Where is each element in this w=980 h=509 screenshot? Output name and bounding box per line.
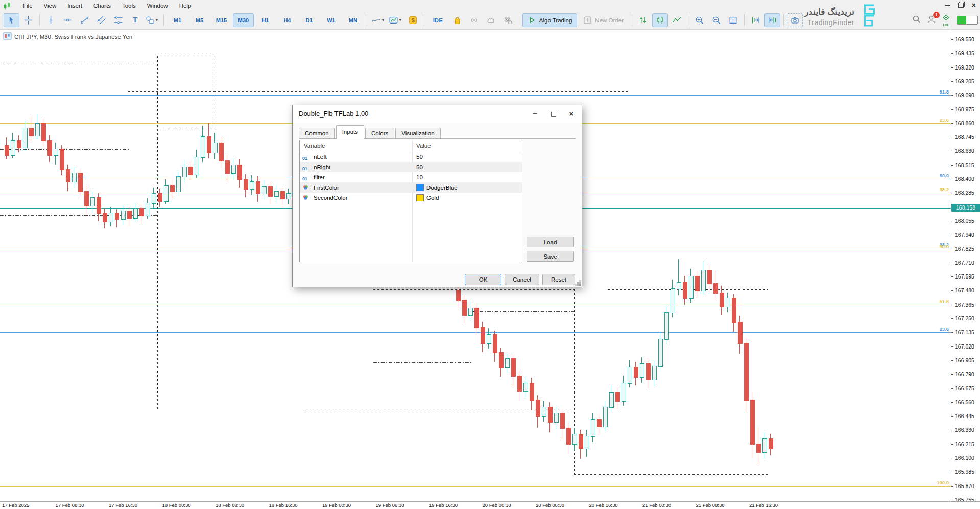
broadcast-button[interactable] (466, 13, 482, 27)
fibonacci-tool[interactable] (110, 13, 126, 27)
cloud-button[interactable] (483, 13, 499, 27)
param-value[interactable]: Gold (416, 193, 439, 203)
algo-trading-button[interactable]: Algo Trading (522, 13, 578, 27)
zoom-out-button[interactable] (708, 13, 724, 27)
toolbar-separator (424, 14, 424, 26)
save-button[interactable]: Save (527, 251, 574, 262)
dialog-title-bar[interactable]: Double_Fib TFLab 1.00 × (293, 105, 582, 123)
zoom-in-button[interactable] (691, 13, 707, 27)
tab-colors[interactable]: Colors (365, 128, 394, 138)
text-tool[interactable]: T (127, 13, 143, 27)
dialog-close-button[interactable]: × (567, 110, 576, 118)
window-minimize-button[interactable] (945, 5, 950, 6)
tab-visualization[interactable]: Visualization (395, 128, 440, 138)
sort-ticks-button[interactable] (635, 13, 651, 27)
deposit-button[interactable]: $ (405, 13, 421, 27)
candlestick-view-button[interactable] (652, 13, 668, 27)
timeframe-m30-button[interactable]: M30 (233, 13, 254, 27)
screenshot-button[interactable] (787, 13, 803, 27)
fib-gold-label-38.2: 38.2 (940, 187, 949, 192)
market-button[interactable] (449, 13, 465, 27)
menu-help[interactable]: Help (174, 2, 197, 10)
timeframe-m15-button[interactable]: M15 (211, 13, 232, 27)
menu-tools[interactable]: Tools (116, 2, 141, 10)
timeframe-m1-button[interactable]: M1 (167, 13, 188, 27)
profile-icon[interactable]: 1 (927, 15, 936, 26)
price-label: 167.135 (955, 329, 974, 335)
price-label: 166.905 (955, 357, 974, 363)
timeframe-w1-button[interactable]: W1 (321, 13, 342, 27)
chart-window-icon (3, 32, 12, 41)
param-value[interactable]: 50 (416, 162, 423, 172)
tab-inputs[interactable]: Inputs (336, 125, 364, 139)
param-name: SecondColor (314, 193, 347, 203)
time-axis[interactable]: 17 Feb 202517 Feb 08:3017 Feb 16:3018 Fe… (0, 501, 980, 509)
shapes-tool[interactable]: ▼ (144, 13, 160, 27)
price-label: 167.250 (955, 315, 974, 321)
fib-gold-label-61.8: 61.8 (940, 298, 949, 304)
new-order-button[interactable]: New Order (578, 13, 629, 27)
timeframe-mn-button[interactable]: MN (343, 13, 364, 27)
price-tick (951, 39, 953, 40)
price-axis[interactable]: 169.550169.435169.320169.205169.090168.9… (951, 30, 980, 502)
color-param-icon (302, 194, 310, 201)
ide-button[interactable]: IDE (427, 13, 448, 27)
inputs-table[interactable]: Variable Value 01nLeft5001nRight5001filt… (299, 140, 522, 262)
param-value[interactable]: DodgerBlue (416, 182, 458, 193)
fib-dodgerblue-line-61.8[interactable] (0, 95, 951, 96)
indicators-menu[interactable]: ▼ (388, 13, 404, 27)
channel-tool[interactable] (93, 13, 109, 27)
indicator-dashed-segment (472, 311, 574, 312)
menu-charts[interactable]: Charts (88, 2, 116, 10)
price-tick (951, 458, 953, 458)
fib-gold-line-100.0[interactable] (0, 486, 951, 487)
price-tick (951, 416, 953, 417)
tile-windows-button[interactable] (725, 13, 741, 27)
time-label: 21 Feb 16:30 (749, 502, 778, 508)
timeframe-h4-button[interactable]: H4 (277, 13, 298, 27)
param-value[interactable]: 10 (416, 172, 423, 182)
param-row-FirstColor[interactable]: FirstColorDodgerBlue (300, 182, 522, 193)
timeframe-d1-button[interactable]: D1 (299, 13, 320, 27)
param-value[interactable]: 50 (416, 152, 423, 162)
search-icon[interactable] (912, 15, 921, 26)
menu-window[interactable]: Window (141, 2, 174, 10)
shift-chart-right-button[interactable] (748, 13, 763, 27)
window-restore-button[interactable] (958, 3, 964, 8)
window-close-button[interactable]: × (972, 3, 976, 8)
menu-file[interactable]: File (17, 2, 38, 10)
level-indicator[interactable]: LVL (942, 14, 950, 27)
crosshair-tool[interactable] (20, 13, 36, 27)
timeframe-h1-button[interactable]: H1 (255, 13, 276, 27)
dialog-maximize-button[interactable] (549, 110, 558, 118)
param-row-filter[interactable]: 01filter10 (300, 172, 522, 182)
signals-button[interactable] (500, 13, 516, 27)
timeframe-m5-button[interactable]: M5 (189, 13, 210, 27)
load-button[interactable]: Load (527, 237, 574, 247)
tab-common[interactable]: Common (299, 128, 335, 138)
price-label: 168.745 (955, 134, 974, 140)
dialog-minimize-button[interactable] (531, 110, 539, 118)
chart-type-line[interactable]: ▼ (370, 13, 387, 27)
vertical-line-tool[interactable] (43, 13, 59, 27)
menu-insert[interactable]: Insert (62, 2, 88, 10)
line-view-button[interactable] (669, 13, 685, 27)
time-label: 17 Feb 16:30 (109, 502, 137, 508)
param-row-SecondColor[interactable]: SecondColorGold (300, 193, 522, 203)
cursor-tool[interactable] (4, 13, 19, 27)
fib-gold-label-100.0: 100.0 (937, 480, 949, 485)
reset-button[interactable]: Reset (542, 274, 575, 285)
price-label: 166.560 (955, 399, 974, 405)
cancel-button[interactable]: Cancel (505, 274, 539, 285)
horizontal-line-tool[interactable] (60, 13, 76, 27)
current-price-badge: 168.158 (951, 204, 980, 212)
ok-button[interactable]: OK (465, 274, 501, 285)
price-tick (951, 486, 953, 487)
shift-end-button[interactable] (764, 13, 780, 27)
dialog-resize-grip[interactable] (579, 284, 581, 286)
param-row-nLeft[interactable]: 01nLeft50 (300, 152, 522, 162)
price-label: 166.215 (955, 441, 974, 447)
param-row-nRight[interactable]: 01nRight50 (300, 162, 522, 172)
menu-view[interactable]: View (38, 2, 62, 10)
trendline-tool[interactable] (77, 13, 92, 27)
